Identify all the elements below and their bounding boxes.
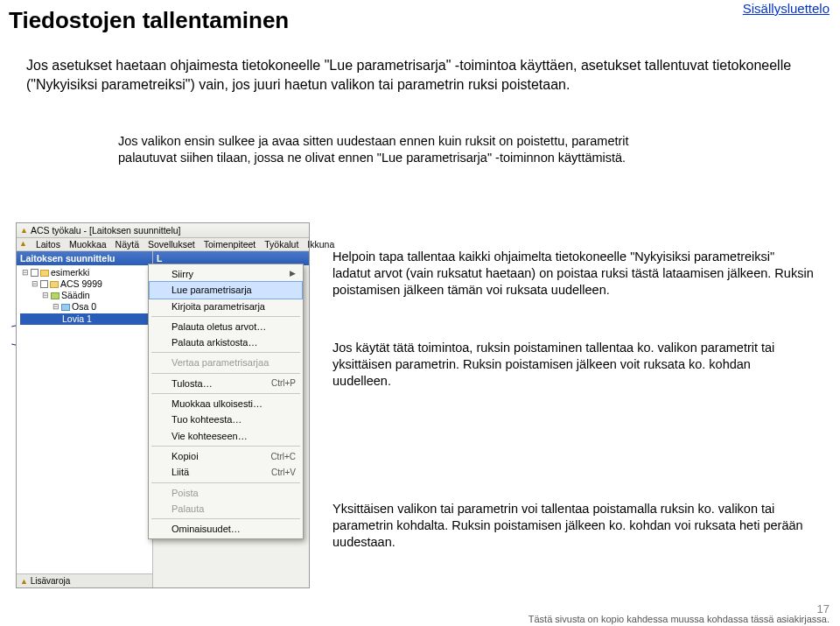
context-menu-item[interactable]: Muokkaa ulkoisesti… <box>149 396 303 411</box>
menu-item-label: Kirjoita parametrisarja <box>172 300 265 313</box>
note-2: Helpoin tapa tallentaa kaikki ohjaimelta… <box>332 249 814 299</box>
context-menu-item[interactable]: Tulosta…Ctrl+P <box>149 376 303 391</box>
expand-icon[interactable]: ⊟ <box>52 302 60 312</box>
folder-icon <box>40 270 49 277</box>
intro-paragraph: Jos asetukset haetaan ohjaimesta tietoko… <box>26 56 796 94</box>
menu-separator <box>151 482 300 483</box>
folder-icon <box>50 281 59 288</box>
tree-label: Osa 0 <box>72 301 96 313</box>
tree-checkbox[interactable] <box>31 269 38 277</box>
menu-item-label: Palauta oletus arvot… <box>172 320 266 333</box>
toc-link[interactable]: Sisällysluettelo <box>743 1 830 16</box>
menu-shortcut: Ctrl+C <box>270 451 296 462</box>
menu-item[interactable]: Ikkuna <box>306 239 335 250</box>
context-menu-item[interactable]: Ominaisuudet… <box>149 521 303 537</box>
context-menu-item[interactable]: Kirjoita parametrisarja <box>149 299 303 314</box>
menu-item-label: Tuo kohteesta… <box>172 413 242 426</box>
context-menu-item[interactable]: Lue parametrisarja <box>149 281 303 299</box>
menu-separator <box>151 446 300 447</box>
tree-row[interactable]: ⊟ ACS 9999 <box>20 278 150 290</box>
menu-separator <box>151 316 300 317</box>
expand-icon[interactable]: ⊟ <box>31 279 38 289</box>
context-menu-item[interactable]: Vie kohteeseen… <box>149 428 303 444</box>
menu-item-label: Ominaisuudet… <box>172 523 241 535</box>
controller-icon <box>51 292 60 299</box>
warning-icon: ▲ <box>20 577 28 586</box>
menu-shortcut: Ctrl+V <box>271 467 296 478</box>
menu-item-label: Palauta arkistosta… <box>172 336 257 348</box>
menu-item-label: Vie kohteeseen… <box>172 430 248 442</box>
context-menu-item[interactable]: Siirry▶ <box>149 266 303 282</box>
menu-item-label: Lue parametrisarja <box>172 284 252 296</box>
tree-row-selected[interactable]: Lovia 1 <box>20 313 150 325</box>
expand-icon[interactable]: ⊟ <box>21 268 29 278</box>
menu-shortcut: Ctrl+P <box>271 377 296 389</box>
tree-row[interactable]: ⊟ Osa 0 <box>20 301 150 313</box>
menu-item[interactable]: Toimenpiteet <box>203 239 257 250</box>
menu-item-label: Liitä <box>172 466 189 478</box>
menu-item-label: Poista <box>172 487 199 499</box>
menu-item[interactable]: Sovellukset <box>147 239 196 250</box>
context-menu-item[interactable]: Palauta oletus arvot… <box>149 319 303 334</box>
tree-label: ACS 9999 <box>60 278 102 290</box>
context-menu-item[interactable]: LiitäCtrl+V <box>149 464 303 480</box>
app-titlebar: ▲ ACS työkalu - [Laitoksen suunnittelu] <box>17 223 309 238</box>
part-icon <box>61 304 70 311</box>
tree-label: Säädin <box>61 290 90 301</box>
page-title: Tiedostojen tallentaminen <box>9 7 289 34</box>
menu-separator <box>151 518 300 519</box>
tree[interactable]: ⊟ esimerkki ⊟ ACS 9999 ⊟ Säädin <box>17 265 152 328</box>
app-icon: ▲ <box>20 226 28 235</box>
sidebar-footer[interactable]: ▲ Lisävaroja <box>17 573 152 587</box>
tree-label: esimerkki <box>51 267 89 278</box>
sidebar-footer-label: Lisävaroja <box>31 576 71 586</box>
menu-item-label: Palauta <box>172 503 204 515</box>
menu-separator <box>151 373 300 374</box>
app-sidebar: Laitoksen suunnittelu ⊟ esimerkki ⊟ ACS … <box>17 251 153 587</box>
expand-icon[interactable]: ⊟ <box>41 291 49 300</box>
menu-item-label: Kopioi <box>172 450 199 462</box>
footer-note: Tästä sivusta on kopio kahdessa muussa k… <box>528 614 830 624</box>
submenu-arrow-icon: ▶ <box>290 269 296 279</box>
tree-row[interactable]: ⊟ esimerkki <box>20 267 150 278</box>
note-1: Jos valikon ensin sulkee ja avaa sitten … <box>118 133 661 166</box>
app-screenshot: ▲ ACS työkalu - [Laitoksen suunnittelu] … <box>16 222 310 588</box>
context-menu-item[interactable]: Tuo kohteesta… <box>149 411 303 427</box>
menu-item[interactable]: Laitos <box>35 239 61 250</box>
context-menu[interactable]: Siirry▶Lue parametrisarjaKirjoita parame… <box>148 264 304 539</box>
menu-separator <box>151 393 300 394</box>
context-menu-item[interactable]: KopioiCtrl+C <box>149 448 303 464</box>
menubar-icon: ▲ <box>18 239 28 250</box>
tree-label: Lovia 1 <box>62 313 92 325</box>
context-menu-item: Palauta <box>149 501 303 517</box>
context-menu-item[interactable]: Palauta arkistosta… <box>149 334 303 350</box>
note-4: Yksittäisen valikon tai parametrin voi t… <box>332 501 814 551</box>
tree-checkbox[interactable] <box>40 280 48 288</box>
sidebar-header: Laitoksen suunnittelu <box>17 251 152 265</box>
menu-item-label: Tulosta… <box>172 377 213 390</box>
menu-item[interactable]: Työkalut <box>263 239 299 250</box>
menu-item-label: Muokkaa ulkoisesti… <box>172 397 262 410</box>
menu-item-label: Vertaa parametrisarjaa <box>172 356 269 369</box>
context-menu-item: Vertaa parametrisarjaa <box>149 355 303 370</box>
context-menu-item: Poista <box>149 485 303 501</box>
menu-separator <box>151 352 300 353</box>
note-3: Jos käytät tätä toimintoa, ruksin poista… <box>332 340 809 390</box>
menu-item-label: Siirry <box>172 268 193 280</box>
tree-row[interactable]: ⊟ Säädin <box>20 290 150 301</box>
menu-item[interactable]: Muokkaa <box>68 239 108 250</box>
app-menubar[interactable]: ▲ Laitos Muokkaa Näytä Sovellukset Toime… <box>17 238 309 251</box>
menu-item[interactable]: Näytä <box>115 239 140 250</box>
app-window-title: ACS työkalu - [Laitoksen suunnittelu] <box>31 225 181 236</box>
